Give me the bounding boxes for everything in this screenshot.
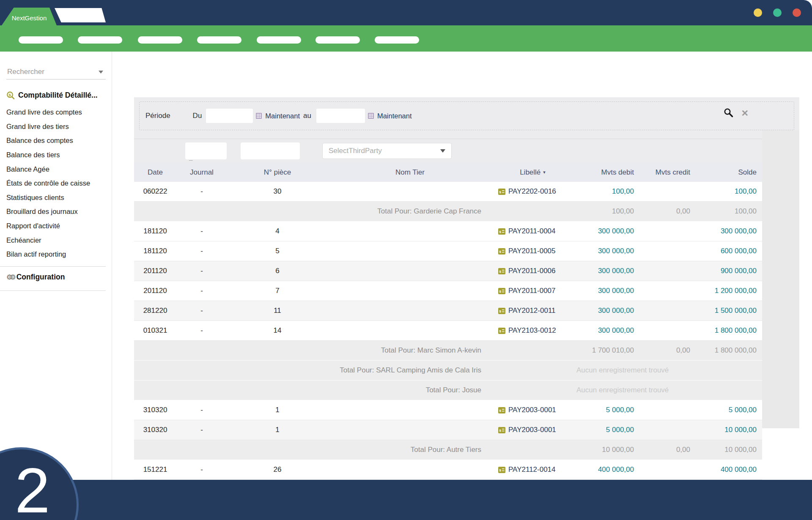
- date-from-input[interactable]: [206, 109, 253, 123]
- sidebar-section-label: Comptabilité Détaillé...: [18, 91, 98, 100]
- svg-text:$: $: [499, 270, 502, 274]
- sidebar-item-rapport-dactivite[interactable]: Rapport d'activité: [6, 219, 108, 233]
- period-label: Période: [145, 112, 170, 120]
- sidebar-item-etats-de-controle-de-caisse[interactable]: États de contrôle de caisse: [6, 176, 108, 191]
- calendar-icon[interactable]: [368, 113, 374, 119]
- close-dot[interactable]: [793, 8, 801, 17]
- total-credit: 0,00: [639, 440, 696, 460]
- nav-item-placeholder[interactable]: [78, 36, 122, 44]
- spacer: [492, 361, 573, 380]
- row-date: 181120: [134, 241, 176, 261]
- row-nom-tier: [328, 460, 492, 479]
- search-dollar-icon: $: [6, 91, 15, 100]
- column-header-nom-tier[interactable]: Nom Tier: [328, 163, 492, 182]
- minimize-dot[interactable]: [754, 8, 762, 17]
- table-row[interactable]: 151221-26$PAY2112-0014400 000,00400 000,…: [134, 460, 762, 480]
- row-solde: 600 000,00: [696, 241, 762, 261]
- period-filter: Période Du Maintenant au Maintenant: [139, 101, 794, 130]
- sidebar-item-echeancier[interactable]: Echéancier: [6, 233, 108, 247]
- sidebar-item-grand-livre-des-comptes[interactable]: Grand livre des comptes: [6, 105, 108, 120]
- brand-logo[interactable]: NextGestion: [2, 8, 57, 25]
- column-header-date[interactable]: Date: [134, 163, 176, 182]
- sidebar-item-grand-livre-des-tiers[interactable]: Grand livre des tiers: [6, 120, 108, 134]
- sidebar-search-select[interactable]: Rechercher: [6, 65, 106, 79]
- date-to-input[interactable]: [316, 109, 365, 123]
- row-solde: 100,00: [696, 182, 762, 201]
- sidebar-item-balance-agee[interactable]: Balance Agée: [6, 162, 108, 176]
- no-records-message: Aucun enregistrement trouvé: [573, 361, 762, 380]
- column-header-mvts-credit[interactable]: Mvts credit: [639, 163, 696, 182]
- table-row[interactable]: 181120-4$PAY2011-0004300 000,00300 000,0…: [134, 222, 762, 241]
- nav-item-placeholder[interactable]: [315, 36, 360, 44]
- nav-item-placeholder[interactable]: [19, 36, 63, 44]
- divider: [0, 290, 106, 291]
- row-credit: [639, 460, 696, 479]
- sidebar-item-bilan-actif-reporting[interactable]: Bilan actif reporting: [6, 247, 108, 262]
- maintenant-to-link[interactable]: Maintenant: [377, 112, 412, 120]
- sidebar-menu: Grand livre des comptesGrand livre des t…: [6, 105, 108, 262]
- close-icon[interactable]: ✕: [741, 109, 749, 118]
- table-row[interactable]: 310320-1$PAY2003-00015 000,005 000,00: [134, 400, 762, 420]
- row-piece: 5: [227, 241, 328, 261]
- from-label: Du: [193, 112, 202, 120]
- svg-text:$: $: [499, 190, 502, 194]
- row-piece: 30: [227, 182, 328, 201]
- total-credit: 0,00: [639, 202, 696, 221]
- total-row: Total Pour: Garderie Cap France100,000,0…: [134, 202, 762, 222]
- sidebar-item-balance-des-comptes[interactable]: Balance des comptes: [6, 134, 108, 148]
- nav-item-placeholder[interactable]: [257, 36, 301, 44]
- table-row[interactable]: 060222-30$PAY2202-0016100,00100,00: [134, 182, 762, 202]
- row-piece: 11: [227, 301, 328, 320]
- row-piece: 1: [227, 420, 328, 440]
- row-journal: -: [176, 400, 227, 420]
- filter-panel: Période Du Maintenant au Maintenant ✕ _ …: [134, 97, 799, 182]
- row-solde: 400 000,00: [696, 460, 762, 479]
- table-row[interactable]: 201120-6$PAY2011-0006300 000,00900 000,0…: [134, 261, 762, 281]
- row-date: 010321: [134, 321, 176, 340]
- table-gutter: [762, 130, 799, 428]
- piece-filter-input[interactable]: [241, 142, 300, 159]
- search-icon[interactable]: [723, 107, 734, 118]
- sidebar-item-balance-des-tiers[interactable]: Balance des tiers: [6, 148, 108, 162]
- table-row[interactable]: 010321-14$PAY2103-0012300 000,001 800 00…: [134, 321, 762, 341]
- table-row[interactable]: 281220-11$PAY2012-0011300 000,001 500 00…: [134, 301, 762, 321]
- brand-name: NextGestion: [12, 14, 47, 22]
- sidebar-item-configuration[interactable]: ⚙⚙ Configuration: [6, 273, 65, 282]
- table-row[interactable]: 310320-1$PAY2003-00015 000,0010 000,00: [134, 420, 762, 440]
- search-placeholder: Rechercher: [7, 68, 44, 76]
- maintenant-from-link[interactable]: Maintenant: [265, 112, 300, 120]
- row-nom-tier: [328, 261, 492, 281]
- divider: [134, 139, 799, 139]
- row-date: 201120: [134, 281, 176, 301]
- sidebar-section-accounting[interactable]: $ Comptabilité Détaillé...: [6, 91, 107, 100]
- svg-text:$: $: [499, 468, 502, 472]
- svg-text:$: $: [499, 290, 502, 293]
- nav-item-placeholder[interactable]: [197, 36, 241, 44]
- third-party-select[interactable]: SelectThirdParty: [322, 143, 452, 159]
- total-solde: 1 800 000,00: [696, 341, 762, 360]
- svg-text:$: $: [499, 409, 502, 413]
- total-debit: 1 700 010,00: [573, 341, 639, 360]
- row-journal: -: [176, 241, 227, 261]
- table-row[interactable]: 181120-5$PAY2011-0005300 000,00600 000,0…: [134, 241, 762, 261]
- spacer: [492, 380, 573, 400]
- row-solde: 300 000,00: [696, 222, 762, 241]
- money-check-icon: $: [498, 308, 505, 314]
- nav-item-placeholder[interactable]: [138, 36, 182, 44]
- column-header-n-piece[interactable]: N° pièce: [227, 163, 328, 182]
- column-header-journal[interactable]: Journal: [176, 163, 227, 182]
- calendar-icon[interactable]: [256, 113, 262, 119]
- column-header-solde[interactable]: Solde: [696, 163, 762, 182]
- nav-item-placeholder[interactable]: [375, 36, 419, 44]
- row-journal: -: [176, 182, 227, 201]
- sidebar-item-brouillard-des-journaux[interactable]: Brouillard des journaux: [6, 205, 108, 219]
- sidebar-item-statistiques-clients[interactable]: Statistiques clients: [6, 191, 108, 205]
- maximize-dot[interactable]: [773, 8, 782, 17]
- column-header-libelle[interactable]: Libellé▾: [492, 163, 573, 182]
- row-libelle: $PAY2012-0011: [492, 301, 573, 320]
- table-row[interactable]: 201120-7$PAY2011-0007300 000,001 200 000…: [134, 281, 762, 301]
- column-header-mvts-debit[interactable]: Mvts debit: [573, 163, 639, 182]
- journal-filter-input[interactable]: [185, 142, 227, 159]
- window-tab[interactable]: [55, 8, 106, 22]
- money-check-icon: $: [498, 248, 505, 255]
